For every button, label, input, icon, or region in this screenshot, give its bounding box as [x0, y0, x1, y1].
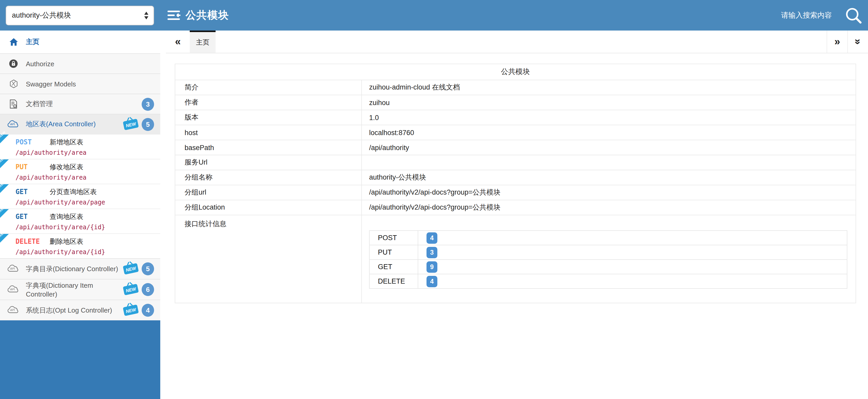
sidebar-item-doc-manage[interactable]: 文档管理 3	[0, 94, 160, 114]
sidebar-item-label: 主页	[26, 37, 39, 47]
info-label: 接口统计信息	[175, 215, 362, 303]
table-row: 分组url /api/authority/v2/api-docs?group=公…	[175, 185, 856, 200]
api-stats-table: POST 4 PUT 3 GET 9	[369, 230, 847, 289]
hexagon-model-icon	[7, 79, 20, 88]
sidebar-item-opt-log-controller[interactable]: API 系统日志(Opt Log Controller) NEW 4	[0, 300, 160, 320]
endpoint-post-area[interactable]: NEW POST 新增地区表 /api/authority/area	[0, 134, 160, 159]
info-value: /api/authority	[362, 140, 856, 155]
new-badge: NEW	[123, 305, 139, 316]
info-value: authority-公共模块	[362, 170, 856, 185]
count-badge: 5	[142, 262, 154, 275]
endpoint-title: 新增地区表	[50, 137, 83, 147]
group-select-value: authority-公共模块	[12, 10, 71, 20]
count-badge: 4	[142, 304, 154, 317]
sidebar-item-dictionary-item-controller[interactable]: API 字典项(Dictionary Item Controller) NEW …	[0, 279, 160, 300]
table-row: basePath /api/authority	[175, 140, 856, 155]
endpoint-list: NEW POST 新增地区表 /api/authority/area NEW P…	[0, 134, 160, 258]
info-label: 作者	[175, 95, 362, 110]
info-label: host	[175, 125, 362, 140]
svg-text:API: API	[10, 308, 15, 312]
stats-method: GET	[369, 259, 418, 274]
new-corner-ribbon: NEW	[0, 160, 9, 168]
info-label: basePath	[175, 140, 362, 155]
sidebar-item-label: 地区表(Area Controller)	[26, 119, 96, 129]
new-corner-ribbon: NEW	[0, 234, 9, 243]
info-value: zuihou	[362, 95, 856, 110]
endpoint-get-area-id[interactable]: NEW GET 查询地区表 /api/authority/area/{id}	[0, 208, 160, 233]
new-corner-ribbon: NEW	[0, 135, 9, 143]
sidebar-item-swagger-models[interactable]: Swagger Models	[0, 74, 160, 94]
stats-row: POST 4	[369, 231, 847, 245]
endpoint-title: 查询地区表	[50, 212, 83, 221]
endpoint-delete-area[interactable]: NEW DELETE 删除地区表 /api/authority/area/{id…	[0, 233, 160, 258]
tab-home[interactable]: 主页	[190, 31, 216, 53]
search-box[interactable]: 请输入搜索内容	[781, 6, 863, 25]
stats-row: GET 9	[369, 259, 847, 274]
endpoint-path: /api/authority/area/page	[16, 198, 160, 206]
count-badge: 6	[142, 283, 154, 296]
module-info-table: 公共模块 简介 zuihou-admin-cloud 在线文档 作者 zuiho…	[175, 64, 856, 303]
swagger-doc-app: authority-公共模块 公共模块 请输入搜索内容 主	[0, 0, 868, 399]
tab-scroll-left-icon[interactable]: «	[166, 31, 190, 53]
header: authority-公共模块 公共模块 请输入搜索内容	[0, 0, 868, 31]
sidebar-item-authorize[interactable]: Authorize	[0, 53, 160, 74]
table-row: 作者 zuihou	[175, 95, 856, 110]
info-label: 分组url	[175, 185, 362, 200]
document-gear-icon	[7, 99, 20, 109]
count-badge: 3	[142, 97, 154, 111]
new-corner-ribbon: NEW	[0, 184, 9, 193]
sidebar-item-area-controller[interactable]: API 地区表(Area Controller) NEW 5	[0, 114, 160, 134]
info-value: localhost:8760	[362, 125, 856, 140]
stats-row: PUT 3	[369, 245, 847, 259]
info-label: 简介	[175, 80, 362, 95]
table-row: 版本 1.0	[175, 110, 856, 125]
method-label: POST	[16, 138, 50, 146]
stats-count-badge: 4	[427, 232, 437, 244]
svg-text:API: API	[10, 288, 15, 291]
stats-count-badge: 9	[427, 261, 437, 273]
stats-method: DELETE	[369, 274, 418, 288]
sidebar-item-dictionary-controller[interactable]: API 字典目录(Dictionary Controller) NEW 5	[0, 258, 160, 279]
endpoint-path: /api/authority/area/{id}	[16, 223, 160, 231]
endpoint-get-area-page[interactable]: NEW GET 分页查询地区表 /api/authority/area/page	[0, 184, 160, 208]
api-cloud-icon: API	[7, 306, 20, 315]
info-value: /api/authority/v2/api-docs?group=公共模块	[362, 185, 856, 200]
new-badge: NEW	[123, 118, 139, 130]
app-title: 公共模块	[186, 8, 229, 22]
tab-collapse-icon[interactable]: »	[847, 31, 868, 53]
info-value: 1.0	[362, 110, 856, 125]
stats-row: DELETE 4	[369, 274, 847, 288]
logo: 公共模块	[167, 8, 229, 22]
sidebar-item-label: 系统日志(Opt Log Controller)	[26, 306, 112, 315]
menu-lines-icon	[167, 10, 181, 21]
api-cloud-icon: API	[7, 264, 20, 273]
method-label: GET	[16, 188, 50, 195]
sidebar-item-label: Authorize	[26, 60, 54, 67]
tab-scroll-right-icon[interactable]: »	[827, 31, 847, 53]
sidebar-item-label: 文档管理	[26, 99, 53, 109]
method-label: DELETE	[16, 237, 50, 245]
search-icon[interactable]	[844, 6, 863, 25]
endpoint-path: /api/authority/area/{id}	[16, 248, 160, 255]
endpoint-put-area[interactable]: NEW PUT 修改地区表 /api/authority/area	[0, 159, 160, 184]
stats-method: PUT	[369, 245, 418, 259]
search-placeholder[interactable]: 请输入搜索内容	[781, 10, 832, 20]
endpoint-title: 删除地区表	[50, 237, 83, 246]
home-page: 公共模块 简介 zuihou-admin-cloud 在线文档 作者 zuiho…	[166, 53, 868, 303]
svg-text:API: API	[10, 267, 15, 270]
new-corner-ribbon: NEW	[0, 209, 9, 218]
sidebar: 主页 Authorize Swagger Models	[0, 31, 160, 399]
tab-bar: « 主页 » »	[166, 31, 868, 53]
method-label: PUT	[16, 163, 50, 171]
sidebar-footer	[0, 320, 160, 399]
sidebar-item-label: 字典项(Dictionary Item Controller)	[26, 281, 124, 298]
group-select[interactable]: authority-公共模块	[6, 5, 154, 25]
info-value	[362, 155, 856, 170]
sidebar-item-home[interactable]: 主页	[0, 31, 160, 53]
stats-count-badge: 3	[427, 247, 437, 258]
table-row-stats: 接口统计信息 POST 4 PUT 3	[175, 215, 856, 303]
table-row: host localhost:8760	[175, 125, 856, 140]
info-label: 分组名称	[175, 170, 362, 185]
home-icon	[7, 38, 20, 46]
endpoint-title: 分页查询地区表	[50, 187, 97, 196]
